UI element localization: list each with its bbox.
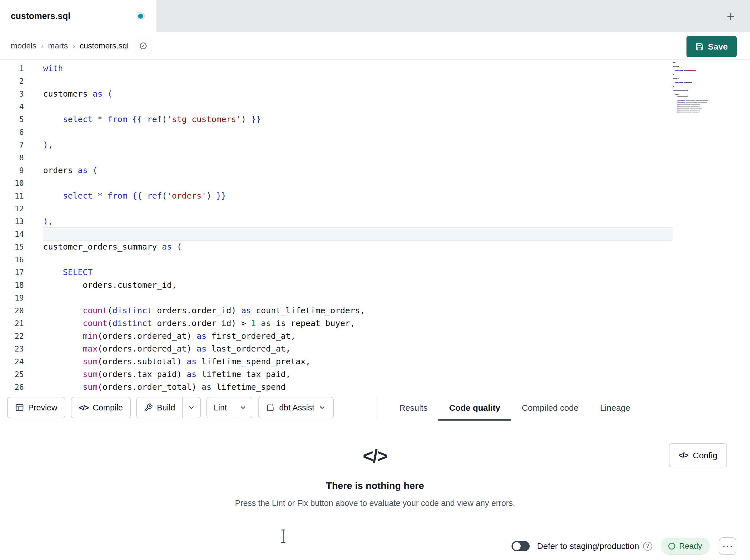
code-line-5[interactable]: select * from {{ ref('stg_customers') }} [43,113,673,126]
editor-toolbar: Preview </> Compile Build Lint [0,395,750,420]
minimap-line [673,74,716,75]
code-editor[interactable]: 1234567891011121314151617181920212223242… [0,60,750,395]
breadcrumb-item-models[interactable]: models [11,41,36,50]
code-line-26[interactable]: sum(orders.order_total) as lifetime_spen… [43,381,673,393]
dbt-assist-label: dbt Assist [279,403,314,412]
line-number: 15 [0,241,24,253]
file-options-button[interactable] [135,38,152,54]
lint-dropdown-button[interactable] [234,397,252,418]
save-disk-icon [695,42,704,51]
empty-state: </> There is nothing here Press the Lint… [0,421,750,508]
dbt-assist-button[interactable]: dbt Assist [258,397,333,418]
file-tab-customers-sql[interactable]: customers.sql [0,0,157,32]
minimap-line [673,93,716,95]
code-line-25[interactable]: sum(orders.tax_paid) as lifetime_tax_pai… [43,368,673,381]
breadcrumb-bar: models›marts›customers.sql Save [0,32,750,60]
code-line-12[interactable] [43,202,673,215]
line-number: 4 [0,100,24,113]
chevron-down-icon [239,404,247,411]
ready-circle-icon [668,543,675,549]
breadcrumb-item-marts[interactable]: marts [48,41,68,50]
code-line-10[interactable] [43,177,673,189]
results-tab-strip: ResultsCode qualityCompiled codeLineage [389,395,641,421]
build-label: Build [157,403,175,412]
unsaved-changes-icon [137,12,145,20]
line-number: 23 [0,343,24,355]
line-number: 13 [0,215,24,228]
assist-sparkle-icon [266,403,275,412]
minimap-line [673,67,716,69]
minimap-line [673,81,716,83]
ready-label: Ready [679,542,702,551]
breadcrumb-separator: › [73,41,75,50]
chevron-down-icon [188,404,195,411]
minimap-line [673,109,716,111]
code-line-9[interactable]: orders as ( [43,164,673,177]
minimap-line [673,103,716,105]
line-number: 16 [0,253,24,266]
code-line-24[interactable]: sum(orders.subtotal) as lifetime_spend_p… [43,355,673,368]
defer-label: Defer to staging/production [537,541,639,551]
minimap[interactable] [673,61,716,113]
line-number: 10 [0,177,24,189]
tab-code-quality[interactable]: Code quality [438,395,511,421]
overflow-menu-button[interactable]: ⋯ [719,537,736,555]
code-line-22[interactable]: min(orders.ordered_at) as first_ordered_… [43,330,673,343]
code-text-area[interactable]: with customers as ( select * from {{ ref… [43,62,673,393]
config-button[interactable]: </> Config [669,443,727,468]
save-button[interactable]: Save [687,36,737,57]
save-label: Save [708,42,728,51]
build-dropdown-button[interactable] [182,397,200,418]
defer-toggle[interactable] [512,541,530,551]
line-number: 12 [0,202,24,215]
compile-label: Compile [93,403,123,412]
line-number: 19 [0,291,24,304]
breadcrumb: models›marts›customers.sql [11,41,129,50]
code-line-2[interactable] [43,75,673,87]
code-line-23[interactable]: max(orders.ordered_at) as last_ordered_a… [43,343,673,355]
line-number: 26 [0,381,24,393]
minimap-line [673,69,716,71]
tab-results[interactable]: Results [389,395,438,421]
preview-button[interactable]: Preview [7,397,65,418]
lint-button[interactable]: Lint [207,397,234,418]
code-line-14[interactable] [43,228,673,241]
code-line-3[interactable]: customers as ( [43,87,673,100]
code-line-16[interactable] [43,253,673,266]
code-line-6[interactable] [43,126,673,139]
build-button[interactable]: Build [137,397,182,418]
line-number: 25 [0,368,24,381]
minimap-line [673,95,716,97]
code-line-21[interactable]: count(distinct orders.order_id) > 1 as i… [43,317,673,330]
code-line-19[interactable] [43,291,673,304]
minimap-line [673,99,716,101]
new-tab-button[interactable]: + [719,0,742,32]
code-line-8[interactable] [43,151,673,164]
code-line-13[interactable]: ), [43,215,673,228]
code-line-4[interactable] [43,100,673,113]
tab-lineage[interactable]: Lineage [589,395,641,421]
line-number-gutter: 1234567891011121314151617181920212223242… [0,62,24,393]
compile-button[interactable]: </> Compile [71,397,131,418]
code-line-17[interactable]: SELECT [43,266,673,279]
code-icon: </> [79,403,89,412]
minimap-line [673,63,716,65]
code-line-11[interactable]: select * from {{ ref('orders') }} [43,189,673,202]
code-line-20[interactable]: count(distinct orders.order_id) as count… [43,304,673,317]
tab-compiled-code[interactable]: Compiled code [511,395,589,421]
help-icon[interactable]: ? [643,542,652,551]
line-number: 24 [0,355,24,368]
line-number: 9 [0,164,24,177]
minimap-line [673,91,716,93]
code-line-15[interactable]: customer_orders_summary as ( [43,241,673,253]
empty-state-subtitle: Press the Lint or Fix button above to ev… [235,499,515,508]
minimap-line [673,105,716,107]
toggle-knob [513,542,520,550]
code-line-7[interactable]: ), [43,139,673,151]
build-button-group: Build [136,397,201,418]
code-line-1[interactable]: with [43,62,673,75]
code-line-18[interactable]: orders.customer_id, [43,279,673,291]
breadcrumb-item-customers-sql[interactable]: customers.sql [80,41,129,50]
ready-status-badge[interactable]: Ready [661,538,710,555]
minimap-line [673,83,716,85]
